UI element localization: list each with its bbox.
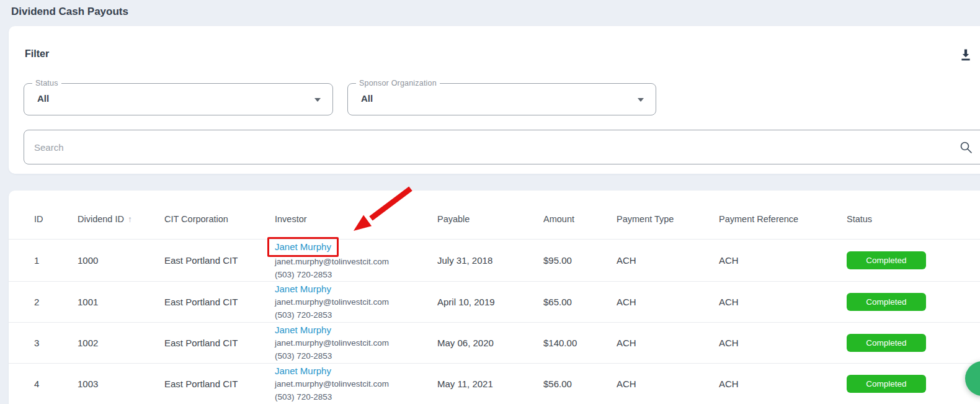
red-highlight-box: Janet Murphy (275, 325, 331, 335)
chevron-down-icon (638, 98, 644, 102)
investor-phone: (503) 720-2853 (275, 349, 437, 362)
investor-email: janet.murphy@tolinvestcit.com (275, 255, 437, 268)
investor-phone: (503) 720-2853 (275, 390, 437, 403)
payouts-table-card: ID Dividend ID↑ CIT Corporation Investor… (9, 191, 980, 404)
dividend-id-cell: 1000 (78, 240, 164, 282)
amount-cell: $56.00 (543, 364, 617, 404)
column-header-payable[interactable]: Payable (437, 191, 543, 240)
sponsor-organization-select-value: All (361, 93, 373, 104)
red-highlight-box: Janet Murphy (275, 366, 331, 376)
payment-reference-cell: ACH (719, 364, 847, 404)
payouts-table: ID Dividend ID↑ CIT Corporation Investor… (9, 191, 980, 404)
column-header-payment-reference[interactable]: Payment Reference (719, 191, 847, 240)
table-header-row: ID Dividend ID↑ CIT Corporation Investor… (9, 191, 980, 240)
dividend-id-cell: 1003 (78, 364, 164, 404)
investor-cell: Janet Murphy janet.murphy@tolinvestcit.c… (275, 323, 437, 364)
id-cell: 2 (9, 282, 78, 323)
download-icon (958, 55, 973, 64)
table-body: 1 1000 East Portland CIT Janet Murphy ja… (9, 240, 980, 404)
status-badge: Completed (847, 375, 926, 393)
status-select[interactable]: Status All (24, 83, 333, 115)
investor-cell: Janet Murphy janet.murphy@tolinvestcit.c… (275, 282, 437, 323)
id-cell: 4 (9, 364, 78, 404)
payment-type-cell: ACH (617, 282, 719, 323)
investor-phone: (503) 720-2853 (275, 308, 437, 321)
investor-cell: Janet Murphy janet.murphy@tolinvestcit.c… (275, 240, 437, 282)
table-row: 1 1000 East Portland CIT Janet Murphy ja… (9, 240, 980, 282)
payment-type-cell: ACH (617, 364, 719, 404)
column-header-id[interactable]: ID (9, 191, 78, 240)
status-select-value: All (37, 93, 49, 104)
search-input[interactable] (24, 130, 980, 164)
payment-reference-cell: ACH (719, 323, 847, 364)
table-row: 4 1003 East Portland CIT Janet Murphy ja… (9, 364, 980, 404)
cit-corporation-cell: East Portland CIT (164, 364, 275, 404)
payable-cell: May 11, 2021 (437, 364, 543, 404)
search-icon[interactable] (959, 140, 973, 156)
investor-phone: (503) 720-2853 (275, 268, 437, 281)
column-header-cit-corporation[interactable]: CIT Corporation (164, 191, 275, 240)
table-row: 2 1001 East Portland CIT Janet Murphy ja… (9, 282, 980, 323)
id-cell: 1 (9, 240, 78, 282)
investor-name-link[interactable]: Janet Murphy (275, 366, 331, 376)
chevron-down-icon (314, 98, 321, 102)
cit-corporation-cell: East Portland CIT (164, 240, 275, 282)
cit-corporation-cell: East Portland CIT (164, 323, 275, 364)
status-cell: Completed (847, 364, 980, 404)
status-badge: Completed (847, 334, 926, 352)
amount-cell: $65.00 (543, 282, 617, 323)
dividend-id-cell: 1001 (78, 282, 164, 323)
investor-name-link[interactable]: Janet Murphy (275, 241, 331, 252)
investor-email: janet.murphy@tolinvestcit.com (275, 295, 437, 308)
column-header-amount[interactable]: Amount (543, 191, 617, 240)
column-header-dividend-id[interactable]: Dividend ID↑ (78, 191, 164, 240)
payment-reference-cell: ACH (719, 240, 847, 282)
status-cell: Completed (847, 323, 980, 364)
payable-cell: April 10, 2019 (437, 282, 543, 323)
column-header-investor[interactable]: Investor (275, 191, 437, 240)
table-row: 3 1002 East Portland CIT Janet Murphy ja… (9, 323, 980, 364)
payable-cell: May 06, 2020 (437, 323, 543, 364)
sort-ascending-icon: ↑ (128, 214, 132, 224)
dividend-id-cell: 1002 (78, 323, 164, 364)
search-field-wrap (24, 130, 980, 164)
id-cell: 3 (9, 323, 78, 364)
red-highlight-box: Janet Murphy (267, 237, 339, 257)
status-badge: Completed (847, 251, 926, 269)
sponsor-organization-select-label: Sponsor Organization (356, 79, 440, 88)
payment-type-cell: ACH (617, 323, 719, 364)
investor-email: janet.murphy@tolinvestcit.com (275, 377, 437, 390)
investor-email: janet.murphy@tolinvestcit.com (275, 336, 437, 349)
status-badge: Completed (847, 293, 926, 311)
red-highlight-box: Janet Murphy (275, 284, 331, 294)
filter-heading: Filter (25, 48, 49, 60)
status-cell: Completed (847, 240, 980, 282)
payable-cell: July 31, 2018 (437, 240, 543, 282)
column-header-payment-type[interactable]: Payment Type (617, 191, 719, 240)
payment-reference-cell: ACH (719, 282, 847, 323)
amount-cell: $95.00 (543, 240, 617, 282)
page-title: Dividend Cash Payouts (11, 6, 128, 18)
investor-name-link[interactable]: Janet Murphy (275, 284, 331, 294)
filter-card: Filter Status All Sponsor Organization A… (9, 26, 980, 174)
investor-name-link[interactable]: Janet Murphy (275, 325, 331, 335)
cit-corporation-cell: East Portland CIT (164, 282, 275, 323)
investor-cell: Janet Murphy janet.murphy@tolinvestcit.c… (275, 364, 437, 404)
sponsor-organization-select[interactable]: Sponsor Organization All (347, 83, 656, 115)
amount-cell: $140.00 (543, 323, 617, 364)
status-cell: Completed (847, 282, 980, 323)
status-select-label: Status (32, 79, 61, 88)
column-header-status[interactable]: Status (847, 191, 980, 240)
download-button[interactable] (956, 46, 975, 65)
payment-type-cell: ACH (617, 240, 719, 282)
